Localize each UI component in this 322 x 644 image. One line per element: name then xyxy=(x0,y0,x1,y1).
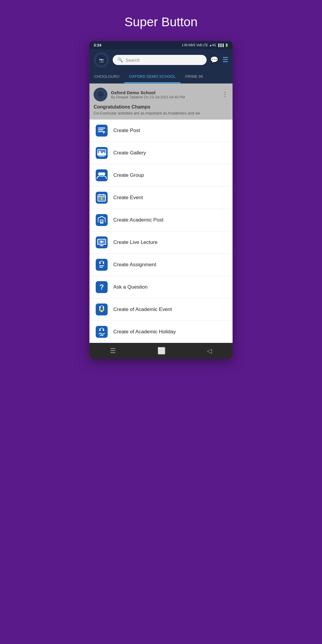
tab-prime99[interactable]: PRIME 99 xyxy=(180,71,208,83)
chat-icon[interactable]: 💬 xyxy=(210,56,218,64)
svg-text:📷: 📷 xyxy=(99,58,104,63)
menu-item-create-group[interactable]: Create Group xyxy=(89,164,233,187)
search-icon: 🔍 xyxy=(117,57,123,63)
menu-item-create-academic-post[interactable]: Create Academic Post xyxy=(89,209,233,231)
menu-icon[interactable]: ☰ xyxy=(222,56,228,64)
menu-label-ask-question: Ask a Question xyxy=(113,284,148,290)
menu-item-create-event[interactable]: Create Event xyxy=(89,187,233,209)
svg-point-45 xyxy=(103,309,104,310)
bottom-navigation: ☰ ⬜ ◁ xyxy=(89,343,233,359)
nav-home-icon[interactable]: ⬜ xyxy=(157,347,165,355)
svg-point-44 xyxy=(101,310,103,312)
menu-label-create-post: Create Post xyxy=(113,128,140,134)
app-header: 📷 🔍 Search 💬 ☰ xyxy=(89,49,233,71)
status-icons: 1.00 KB/S VoB LTE ▲4G ▐▐▐ 🔋 xyxy=(182,44,228,47)
svg-rect-34 xyxy=(101,244,102,246)
svg-point-25 xyxy=(101,198,102,199)
svg-rect-28 xyxy=(100,220,103,221)
svg-point-48 xyxy=(101,333,103,335)
avatar: 📷 xyxy=(94,52,109,68)
svg-rect-23 xyxy=(100,194,100,196)
status-bar: 3:34 1.00 KB/S VoB LTE ▲4G ▐▐▐ 🔋 xyxy=(89,41,233,49)
svg-rect-9 xyxy=(98,131,104,132)
post-title: Congratulations Champs xyxy=(94,104,228,110)
create-live-lecture-icon xyxy=(95,236,108,249)
create-gallery-icon xyxy=(95,147,108,159)
menu-item-create-academic-holiday[interactable]: Create of Academic Holiday xyxy=(89,321,233,343)
post-card-overlay: Oxford Demo School By Deepak Tadakhe On … xyxy=(89,83,233,120)
menu-item-create-assignment[interactable]: Create Assignment xyxy=(89,254,233,276)
create-post-icon xyxy=(95,124,108,137)
create-event-icon xyxy=(95,191,108,204)
post-meta: By Deepak Tadakhe On 23-Jul-2021 04:40 P… xyxy=(111,95,218,99)
svg-rect-36 xyxy=(99,265,104,266)
menu-label-create-gallery: Create Gallery xyxy=(113,150,146,156)
nav-menu-icon[interactable]: ☰ xyxy=(110,347,116,355)
menu-label-create-academic-event: Create of Academic Event xyxy=(113,306,172,312)
search-bar[interactable]: 🔍 Search xyxy=(113,55,207,65)
menu-label-create-academic-post: Create Academic Post xyxy=(113,217,163,223)
svg-rect-29 xyxy=(100,221,103,222)
svg-rect-7 xyxy=(98,128,105,129)
phone-frame: 3:34 1.00 KB/S VoB LTE ▲4G ▐▐▐ 🔋 📷 🔍 Sea xyxy=(89,41,233,359)
create-academic-post-icon xyxy=(95,214,108,226)
menu-label-create-academic-holiday: Create of Academic Holiday xyxy=(113,329,176,335)
svg-rect-24 xyxy=(103,194,104,196)
post-more-button[interactable]: ⋮ xyxy=(222,91,228,98)
svg-rect-22 xyxy=(98,196,106,197)
svg-rect-37 xyxy=(99,267,103,268)
post-school-name: Oxford Demo School xyxy=(111,90,218,95)
create-academic-event-icon xyxy=(95,303,108,316)
ask-question-icon: ? xyxy=(95,281,108,293)
svg-point-47 xyxy=(100,328,103,331)
tab-schoolguru[interactable]: CHOOLGURU xyxy=(89,71,124,83)
svg-rect-8 xyxy=(98,129,103,130)
post-info: Oxford Demo School By Deepak Tadakhe On … xyxy=(111,90,218,99)
post-avatar xyxy=(94,88,107,101)
menu-item-create-post[interactable]: Create Post xyxy=(89,120,233,142)
menu-item-create-live-lecture[interactable]: Create Live Lecture xyxy=(89,231,233,254)
tab-bar: CHOOLGURU OXFORD DEMO SCHOOL PRIME 99 xyxy=(89,71,233,83)
create-academic-holiday-icon xyxy=(95,326,108,338)
search-placeholder: Search xyxy=(126,58,140,63)
tab-oxford[interactable]: OXFORD DEMO SCHOOL xyxy=(124,71,181,83)
menu-label-create-group: Create Group xyxy=(113,172,144,178)
menu-label-create-event: Create Event xyxy=(113,195,143,201)
menu-item-ask-question[interactable]: ? Ask a Question xyxy=(89,276,233,298)
post-card: Oxford Demo School By Deepak Tadakhe On … xyxy=(89,83,233,120)
svg-text:?: ? xyxy=(100,283,104,291)
svg-point-43 xyxy=(99,309,101,310)
menu-label-create-live-lecture: Create Live Lecture xyxy=(113,239,157,245)
svg-point-38 xyxy=(100,261,103,264)
menu-item-create-gallery[interactable]: Create Gallery xyxy=(89,142,233,164)
page-title: Super Button xyxy=(80,15,242,29)
post-body: Co-Curricular activities are as importan… xyxy=(94,111,228,115)
menu-item-create-academic-event[interactable]: Create of Academic Event xyxy=(89,298,233,321)
svg-rect-14 xyxy=(99,156,105,157)
create-group-icon xyxy=(95,169,108,182)
nav-back-icon[interactable]: ◁ xyxy=(207,347,212,355)
svg-point-18 xyxy=(100,172,103,175)
status-time: 3:34 xyxy=(94,43,101,47)
super-button-menu: Create Post Create Gallery xyxy=(89,120,233,343)
svg-rect-6 xyxy=(96,125,108,137)
header-icons: 💬 ☰ xyxy=(210,56,228,64)
menu-label-create-assignment: Create Assignment xyxy=(113,262,156,268)
create-assignment-icon xyxy=(95,258,108,271)
svg-point-42 xyxy=(100,306,103,308)
svg-point-5 xyxy=(99,93,102,96)
